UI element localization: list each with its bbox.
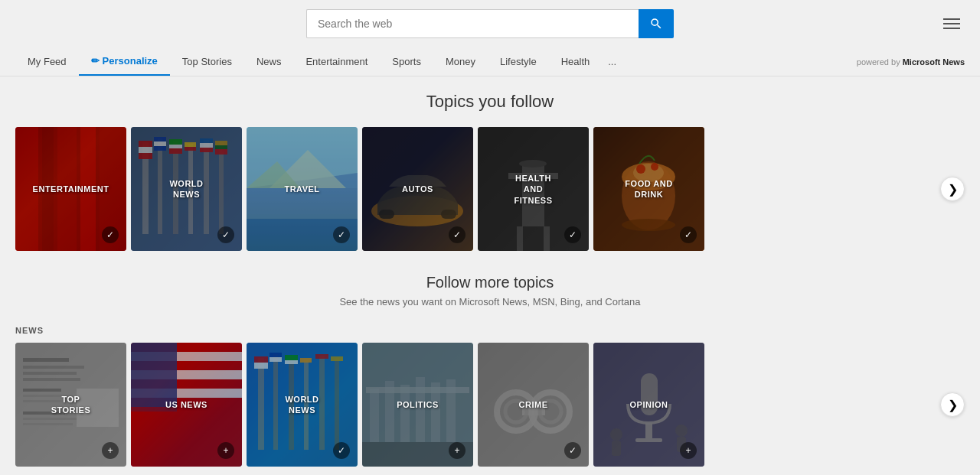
svg-rect-66 — [131, 370, 242, 379]
svg-rect-8 — [139, 141, 152, 147]
search-icon — [649, 17, 663, 31]
topic-label-world-news: WORLD NEWS — [158, 178, 214, 200]
svg-rect-26 — [219, 142, 224, 234]
news-badge-world-news: ✓ — [333, 442, 350, 459]
topic-card-autos[interactable]: AUTOS ✓ — [362, 127, 473, 251]
news-badge-opinion: + — [680, 442, 697, 459]
hamburger-line — [943, 23, 960, 24]
nav-item-top-stories[interactable]: Top Stories — [170, 48, 244, 75]
svg-rect-9 — [139, 147, 152, 153]
svg-rect-51 — [23, 358, 69, 362]
nav-item-entertainment[interactable]: Entertainment — [293, 48, 380, 75]
svg-point-47 — [636, 164, 645, 174]
svg-rect-38 — [441, 210, 456, 219]
svg-rect-29 — [215, 149, 227, 155]
svg-rect-74 — [254, 356, 268, 363]
nav-item-personalize[interactable]: ✏ Personalize — [79, 47, 170, 76]
nav-item-health[interactable]: Health — [549, 48, 603, 75]
svg-rect-68 — [131, 389, 242, 398]
svg-point-109 — [675, 425, 688, 437]
svg-rect-24 — [200, 143, 213, 148]
header — [0, 0, 980, 47]
svg-rect-94 — [431, 382, 440, 442]
news-section-label: NEWS — [15, 326, 965, 335]
topic-card-world-news[interactable]: WORLD NEWS ✓ — [131, 127, 242, 251]
search-button[interactable] — [639, 9, 674, 38]
svg-rect-55 — [23, 389, 61, 392]
news-card-crime[interactable]: CRIME ✓ — [478, 343, 589, 467]
svg-rect-21 — [185, 147, 196, 151]
news-card-world-news[interactable]: WORLD NEWS ✓ — [247, 343, 358, 467]
svg-rect-80 — [285, 355, 298, 360]
news-badge-top-stories: + — [102, 442, 119, 459]
svg-rect-54 — [23, 378, 80, 381]
pencil-icon: ✏ — [91, 55, 100, 67]
search-input[interactable] — [306, 9, 639, 38]
chevron-right-icon: ❯ — [948, 398, 958, 412]
news-section: NEWS — [0, 326, 980, 467]
svg-rect-78 — [270, 357, 282, 362]
svg-rect-59 — [23, 418, 77, 420]
svg-rect-106 — [635, 438, 662, 442]
topics-row: ENTERTAINMENT ✓ — [0, 127, 980, 251]
news-badge-crime: ✓ — [564, 442, 581, 459]
topic-check-food-drink: ✓ — [680, 226, 697, 243]
hamburger-menu[interactable] — [939, 14, 965, 34]
svg-rect-27 — [215, 141, 227, 145]
svg-rect-63 — [131, 343, 242, 352]
powered-by-brand: Microsoft News — [903, 57, 965, 67]
news-badge-us-news: + — [217, 442, 234, 459]
news-card-politics[interactable]: POLITICS + — [362, 343, 473, 467]
news-label-crime: CRIME — [519, 399, 548, 410]
svg-rect-95 — [446, 379, 456, 442]
nav-more-button[interactable]: ... — [602, 48, 622, 75]
hamburger-line — [943, 18, 960, 20]
svg-rect-108 — [612, 441, 621, 456]
topic-label-health-fitness: HEALTH AND FITNESS — [505, 173, 561, 206]
personalize-label: Personalize — [103, 55, 158, 67]
news-card-us-news[interactable]: US NEWS + — [131, 343, 242, 467]
topic-check-travel: ✓ — [333, 226, 350, 243]
svg-rect-85 — [315, 354, 328, 359]
news-card-opinion[interactable]: OPINION + — [593, 343, 704, 467]
svg-rect-12 — [154, 137, 166, 142]
news-label-opinion: OPINION — [630, 399, 668, 410]
topic-card-food-drink[interactable]: FOOD AND DRINK ✓ — [593, 127, 704, 251]
nav-item-lifestyle[interactable]: Lifestyle — [488, 48, 549, 75]
topics-next-arrow[interactable]: ❯ — [940, 177, 965, 201]
svg-rect-96 — [366, 387, 469, 393]
news-label-politics: POLITICS — [397, 399, 439, 410]
topic-label-travel: TRAVEL — [284, 184, 319, 194]
chevron-right-icon: ❯ — [948, 182, 958, 197]
nav-bar: My Feed ✏ Personalize Top Stories News E… — [0, 47, 980, 76]
svg-point-41 — [519, 160, 547, 168]
follow-more-section: Follow more topics See the news you want… — [0, 274, 980, 307]
news-next-arrow[interactable]: ❯ — [940, 392, 965, 417]
topic-card-health-fitness[interactable]: HEALTH AND FITNESS ✓ — [478, 127, 589, 251]
hamburger-line — [943, 28, 960, 29]
news-grid: TOP STORIES + — [15, 343, 934, 467]
topic-check-world-news: ✓ — [217, 226, 234, 243]
nav-item-my-feed[interactable]: My Feed — [15, 48, 79, 75]
svg-rect-53 — [23, 372, 77, 375]
nav-item-money[interactable]: Money — [433, 48, 488, 75]
news-card-top-stories[interactable]: TOP STORIES + — [15, 343, 126, 467]
svg-rect-10 — [139, 153, 152, 159]
svg-rect-73 — [258, 358, 264, 450]
svg-rect-105 — [645, 423, 652, 438]
svg-rect-91 — [385, 381, 394, 442]
topic-card-entertainment[interactable]: ENTERTAINMENT ✓ — [15, 127, 126, 251]
svg-point-36 — [371, 196, 463, 226]
nav-item-sports[interactable]: Sports — [380, 48, 433, 75]
nav-items: My Feed ✏ Personalize Top Stories News E… — [15, 47, 857, 76]
topics-grid: ENTERTAINMENT ✓ — [15, 127, 934, 251]
svg-rect-30 — [247, 127, 358, 188]
nav-item-news[interactable]: News — [244, 48, 294, 75]
svg-point-49 — [622, 219, 675, 231]
powered-by-text: powered by — [857, 57, 900, 67]
search-bar — [306, 9, 674, 38]
topic-card-travel[interactable]: TRAVEL ✓ — [247, 127, 358, 251]
news-label-top-stories: TOP STORIES — [43, 394, 99, 416]
topic-check-autos: ✓ — [449, 226, 466, 243]
svg-rect-86 — [335, 358, 339, 450]
